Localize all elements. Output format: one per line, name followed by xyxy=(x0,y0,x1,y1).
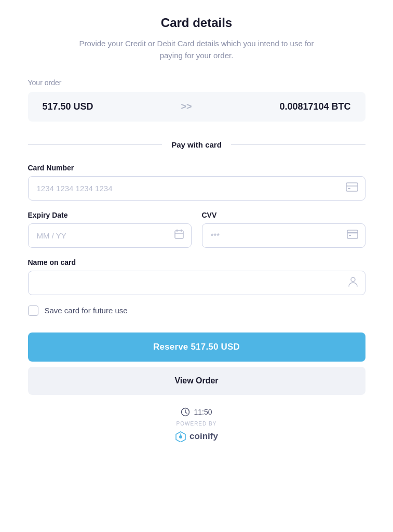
coinify-text: coinify xyxy=(189,431,218,442)
save-card-label[interactable]: Save card for future use xyxy=(45,306,128,315)
expiry-cvv-row: Expiry Date CVV xyxy=(28,211,365,258)
cvv-group: CVV xyxy=(202,211,365,248)
divider-text: Pay with card xyxy=(162,140,231,149)
divider-line-right xyxy=(231,144,365,145)
expiry-group: Expiry Date xyxy=(28,211,192,248)
footer-time: 11:50 xyxy=(194,408,212,416)
footer: 11:50 POWERED BY coinify xyxy=(28,407,365,442)
order-section: Your order 517.50 USD >> 0.00817104 BTC xyxy=(28,78,365,122)
save-card-row: Save card for future use xyxy=(28,305,365,316)
cvv-label: CVV xyxy=(202,211,365,219)
order-box: 517.50 USD >> 0.00817104 BTC xyxy=(28,92,365,122)
expiry-wrapper xyxy=(28,223,192,248)
order-amount-usd: 517.50 USD xyxy=(43,101,93,112)
cvv-wrapper xyxy=(202,223,365,248)
save-card-checkbox[interactable] xyxy=(28,305,38,316)
pay-with-card-divider: Pay with card xyxy=(28,140,365,149)
name-label: Name on card xyxy=(28,258,365,267)
order-arrow-icon: >> xyxy=(181,101,192,112)
view-order-button[interactable]: View Order xyxy=(28,367,365,395)
coinify-logo-icon xyxy=(175,431,186,442)
card-number-wrapper xyxy=(28,176,365,201)
powered-by-text: POWERED BY xyxy=(177,421,217,427)
divider-line-left xyxy=(28,144,162,145)
name-input[interactable] xyxy=(28,271,365,295)
cvv-input[interactable] xyxy=(202,223,365,248)
card-number-input[interactable] xyxy=(28,176,365,201)
page-title: Card details xyxy=(28,16,365,30)
reserve-button[interactable]: Reserve 517.50 USD xyxy=(28,332,365,362)
name-group: Name on card xyxy=(28,258,365,295)
clock-icon xyxy=(181,407,190,417)
svg-point-15 xyxy=(179,435,182,438)
coinify-brand: coinify xyxy=(175,431,218,442)
expiry-label: Expiry Date xyxy=(28,211,192,219)
card-number-label: Card Number xyxy=(28,164,365,172)
svg-line-13 xyxy=(185,412,187,413)
footer-time-row: 11:50 xyxy=(181,407,212,417)
name-wrapper xyxy=(28,271,365,295)
page-subtitle: Provide your Credit or Debit Card detail… xyxy=(72,37,321,62)
card-number-group: Card Number xyxy=(28,164,365,201)
expiry-input[interactable] xyxy=(28,223,192,248)
order-label: Your order xyxy=(28,78,365,87)
order-amount-btc: 0.00817104 BTC xyxy=(279,101,350,112)
